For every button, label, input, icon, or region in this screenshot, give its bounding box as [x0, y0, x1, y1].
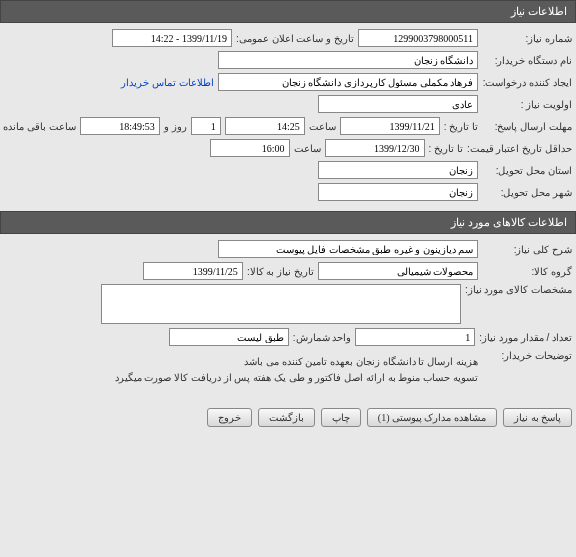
label-delivery-state: استان محل تحویل: — [482, 165, 572, 176]
label-qty: تعداد / مقدار مورد نیاز: — [479, 332, 572, 343]
label-time-1: ساعت — [309, 121, 336, 132]
label-delivery-city: شهر محل تحویل: — [482, 187, 572, 198]
label-validity: حداقل تاریخ اعتبار قیمت: — [467, 143, 572, 154]
reply-button[interactable]: پاسخ به نیاز — [503, 408, 572, 427]
textarea-spec[interactable] — [101, 284, 461, 324]
form-need-info: شماره نیاز: تاریخ و ساعت اعلان عمومی: نا… — [0, 23, 576, 211]
label-deadline: مهلت ارسال پاسخ: — [482, 121, 572, 132]
input-days[interactable] — [191, 117, 221, 135]
label-days: روز و — [164, 121, 187, 132]
input-need-number[interactable] — [358, 29, 478, 47]
input-validity-date[interactable] — [325, 139, 425, 157]
label-requester: ایجاد کننده درخواست: — [482, 77, 572, 88]
label-desc: شرح کلی نیاز: — [482, 244, 572, 255]
input-announce[interactable] — [112, 29, 232, 47]
input-delivery-state[interactable] — [318, 161, 478, 179]
button-bar: پاسخ به نیاز مشاهده مدارک پیوستی (1) چاپ… — [0, 400, 576, 435]
back-button[interactable]: بازگشت — [258, 408, 315, 427]
input-deadline-time[interactable] — [225, 117, 305, 135]
label-need-by: تاریخ نیاز به کالا: — [247, 266, 314, 277]
input-priority[interactable] — [318, 95, 478, 113]
buyer-notes-text: هزینه ارسال تا دانشگاه زنجان بعهده تامین… — [115, 350, 478, 390]
label-buyer-notes: توضیحات خریدار: — [482, 350, 572, 361]
input-buyer[interactable] — [218, 51, 478, 69]
buyer-notes-line2: تسویه حساب منوط به ارائه اصل فاکتور و طی… — [115, 370, 478, 386]
attachments-button[interactable]: مشاهده مدارک پیوستی (1) — [367, 408, 497, 427]
buyer-notes-line1: هزینه ارسال تا دانشگاه زنجان بعهده تامین… — [115, 354, 478, 370]
exit-button[interactable]: خروج — [207, 408, 252, 427]
input-delivery-city[interactable] — [318, 183, 478, 201]
label-time-2: ساعت — [294, 143, 321, 154]
label-spec: مشخصات کالای مورد نیاز: — [465, 284, 572, 295]
input-requester[interactable] — [218, 73, 478, 91]
print-button[interactable]: چاپ — [321, 408, 361, 427]
form-goods-info: شرح کلی نیاز: گروه کالا: تاریخ نیاز به ک… — [0, 234, 576, 400]
label-need-number: شماره نیاز: — [482, 33, 572, 44]
input-deadline-date[interactable] — [340, 117, 440, 135]
label-priority: اولویت نیاز : — [482, 99, 572, 110]
label-buyer: نام دستگاه خریدار: — [482, 55, 572, 66]
label-unit: واحد شمارش: — [293, 332, 352, 343]
link-contact-buyer[interactable]: اطلاعات تماس خریدار — [121, 77, 214, 88]
label-group: گروه کالا: — [482, 266, 572, 277]
section-header-need-info: اطلاعات نیاز — [0, 0, 576, 23]
input-group[interactable] — [318, 262, 478, 280]
section-header-goods-info: اطلاعات کالاهای مورد نیاز — [0, 211, 576, 234]
label-to-date-2: تا تاریخ : — [429, 143, 463, 154]
input-qty[interactable] — [355, 328, 475, 346]
input-countdown[interactable] — [80, 117, 160, 135]
label-announce: تاریخ و ساعت اعلان عمومی: — [236, 33, 354, 44]
input-desc[interactable] — [218, 240, 478, 258]
input-validity-time[interactable] — [210, 139, 290, 157]
label-to-date: تا تاریخ : — [444, 121, 478, 132]
label-remaining: ساعت باقی مانده — [3, 121, 76, 132]
input-unit[interactable] — [169, 328, 289, 346]
input-need-by[interactable] — [143, 262, 243, 280]
